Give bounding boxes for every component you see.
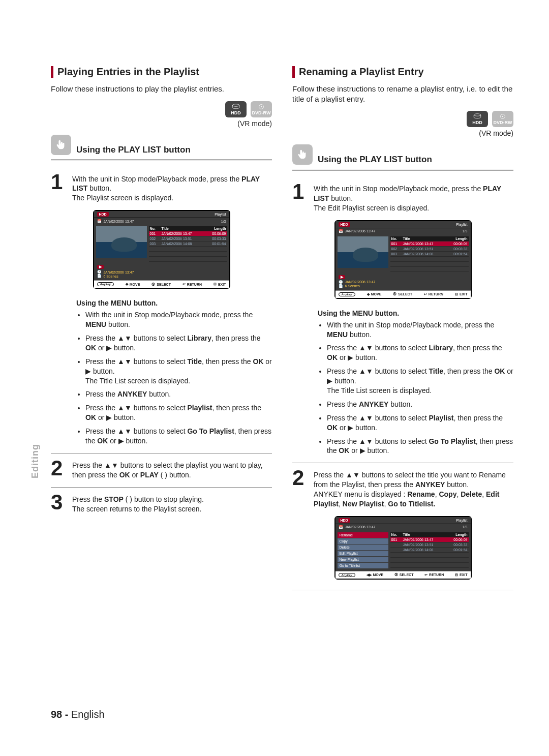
right-step-2-text: Press the ▲▼ buttons to select the title…	[314, 470, 513, 509]
right-step-1-text: With the unit in Stop mode/Playback mode…	[314, 184, 513, 213]
ctx-delete: Delete	[338, 545, 388, 551]
svg-point-2	[261, 106, 262, 107]
badge-hdd-label: HDD	[231, 110, 241, 115]
badge-hdd: HDD	[467, 111, 488, 127]
ctx-rename: Rename	[338, 532, 388, 538]
preview-thumbnail	[96, 226, 147, 258]
step-3-text: Press the STOP ( ) button to stop playin…	[72, 495, 204, 514]
subhead-right: Using the PLAY LIST button	[318, 155, 432, 165]
divider	[292, 463, 513, 463]
divider	[51, 453, 272, 453]
context-menu: Rename Copy Delete Edit Playlist New Pla…	[338, 532, 388, 569]
side-tab: Editing	[30, 444, 41, 478]
svg-point-3	[474, 114, 481, 116]
divider	[292, 169, 513, 171]
intro-left: Follow these instructions to play the pl…	[51, 84, 272, 94]
badge-dvd-label: DVD-RW	[252, 110, 271, 115]
tv-screenshot-playlist: HDDPlaylist 📅JAN/02/2006 13:471/3 No.Tit…	[93, 210, 230, 289]
tv-screenshot-edit-playlist: HDDPlaylist 📅JAN/02/2006 13:471/3 No.Tit…	[334, 220, 472, 299]
menu-steps-right: With the unit in Stop mode/Playback mode…	[292, 320, 513, 456]
menu-subhead-right: Using the MENU button.	[318, 309, 513, 317]
svg-point-0	[232, 104, 239, 106]
divider	[51, 159, 272, 161]
badge-dvd: DVD-RW	[492, 111, 513, 127]
menu-subhead-left: Using the MENU button.	[76, 299, 272, 307]
hand-icon	[292, 144, 313, 165]
step-number: 1	[292, 181, 308, 213]
divider	[292, 590, 513, 590]
ctx-new: New Playlist	[338, 557, 388, 563]
page-footer: 98 - English	[51, 709, 105, 720]
step-number: 2	[292, 467, 308, 509]
vr-mode-left: (VR mode)	[51, 119, 272, 128]
heading-playing-entries: Playing Entries in the Playlist	[51, 66, 272, 78]
ctx-edit: Edit Playlist	[338, 551, 388, 557]
subhead-left: Using the PLAY LIST button	[76, 145, 191, 155]
badge-dvd: DVD-RW	[251, 101, 272, 117]
step-number: 2	[51, 458, 66, 480]
hand-icon	[51, 135, 71, 155]
step-2-text: Press the ▲▼ buttons to select the playl…	[72, 461, 272, 480]
step-number: 1	[51, 171, 66, 203]
divider	[51, 487, 272, 488]
step-1-text: With the unit in Stop mode/Playback mode…	[72, 174, 272, 203]
step-number: 3	[51, 492, 66, 514]
intro-right: Follow these instructions to rename a pl…	[292, 84, 513, 104]
ctx-go: Go to Titlelist	[338, 563, 388, 569]
heading-renaming: Renaming a Playlist Entry	[292, 66, 513, 78]
badge-hdd: HDD	[225, 101, 247, 117]
tv-screenshot-anykey-menu: HDDPlaylist 📅JAN/02/2006 13:471/3 Rename…	[334, 516, 472, 580]
ctx-copy: Copy	[338, 538, 388, 545]
menu-steps-left: With the unit in Stop mode/Playback mode…	[51, 310, 272, 446]
vr-mode-right: (VR mode)	[292, 129, 513, 137]
svg-point-5	[502, 116, 503, 117]
